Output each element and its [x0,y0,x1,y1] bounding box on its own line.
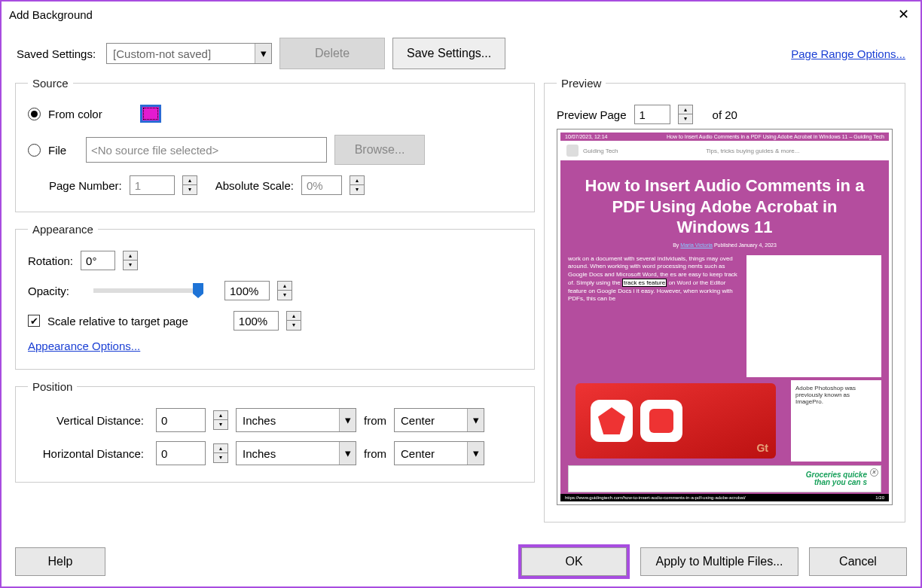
preview-page-spinner[interactable]: ▴▾ [678,105,693,124]
pv-hero-title: How to Insert Audio Comments in a PDF Us… [583,175,866,238]
saved-settings-label: Saved Settings: [17,47,96,60]
source-legend: Source [28,77,73,90]
pv-body-text: work on a document with several individu… [568,255,739,378]
appearance-options-link[interactable]: Appearance Options... [28,340,140,352]
audio-icon [640,400,682,442]
delete-button: Delete [279,38,385,69]
rotation-spinner[interactable]: ▴▾ [123,251,138,270]
vertical-distance-input[interactable] [156,408,206,432]
file-label: File [48,144,78,157]
chevron-down-icon[interactable]: ▾ [467,442,484,465]
rotation-label: Rotation: [28,254,73,267]
horizontal-distance-label: Horizontal Distance: [28,447,148,460]
preview-legend: Preview [557,77,606,90]
chevron-down-icon[interactable]: ▾ [467,409,484,431]
vertical-distance-label: Vertical Distance: [28,414,148,427]
preview-group: Preview Preview Page ▴▾ of 20 10/07/2023… [544,77,905,522]
opacity-input[interactable] [224,281,270,300]
slider-thumb-icon[interactable] [193,283,203,298]
preview-page-total: of 20 [713,108,737,121]
gt-watermark-icon: Gt [756,442,768,454]
site-logo-icon [566,145,579,157]
from-color-label: From color [48,108,102,120]
pv-top-title: How to Insert Audio Comments in a PDF Us… [667,134,884,139]
page-range-options-link[interactable]: Page Range Options... [791,47,905,60]
opacity-slider[interactable] [93,288,199,293]
saved-settings-dropdown[interactable]: [Custom-not saved] ▾ [106,43,272,64]
opacity-label: Opacity: [28,285,69,297]
preview-page-label: Preview Page [557,108,627,121]
horizontal-distance-input[interactable] [156,441,206,465]
pv-app-banner: Gt [575,383,776,459]
pv-ad-banner: Groceries quickethan you can s x [568,465,881,492]
save-settings-button[interactable]: Save Settings... [392,38,505,69]
preview-page-input[interactable] [634,105,670,124]
appearance-group: Appearance Rotation: ▴▾ Opacity: ▴▾ ✔ Sc… [15,223,535,370]
vertical-unit-dropdown[interactable]: Inches ▾ [236,408,356,432]
horizontal-from-dropdown[interactable]: Center ▾ [394,441,484,465]
scale-relative-spinner[interactable]: ▴▾ [286,311,301,331]
color-swatch[interactable] [140,105,161,123]
from-label: from [364,414,386,427]
window-title: Add Background [9,8,93,21]
from-color-radio[interactable] [28,108,41,120]
cancel-button[interactable]: Cancel [809,547,907,576]
file-radio[interactable] [28,144,41,157]
from-label: from [364,447,386,460]
ad-product-icon [573,468,664,489]
ad-close-icon: x [870,468,878,477]
scale-relative-checkbox[interactable]: ✔ [28,315,40,327]
apply-multiple-button[interactable]: Apply to Multiple Files... [640,547,798,576]
vertical-from-dropdown[interactable]: Center ▾ [394,408,484,432]
source-group: Source From color File Browse... Page Nu… [15,77,535,212]
saved-settings-value: [Custom-not saved] [107,47,255,60]
page-number-input [130,175,175,195]
pv-tagline: Tips, tricks buying guides & more... [623,148,883,154]
opacity-spinner[interactable]: ▴▾ [277,281,292,300]
absolute-scale-label: Absolute Scale: [215,179,294,192]
horizontal-from-value: Center [395,447,467,460]
absolute-scale-input [301,175,342,195]
pv-byline: By Maria Victoria Published January 4, 2… [583,242,866,248]
vertical-from-value: Center [395,414,467,427]
absolute-scale-spinner: ▴▾ [350,175,365,195]
browse-button: Browse... [334,135,425,165]
horizontal-distance-spinner[interactable]: ▴▾ [213,443,228,463]
file-path-input [86,137,327,163]
pv-timestamp: 10/07/2023, 12:14 [565,134,607,139]
close-icon[interactable]: ✕ [892,6,914,23]
page-number-spinner: ▴▾ [182,175,197,195]
horizontal-unit-value: Inches [237,447,339,460]
position-legend: Position [28,380,77,393]
vertical-distance-spinner[interactable]: ▴▾ [213,410,228,430]
chevron-down-icon[interactable]: ▾ [255,44,271,63]
horizontal-unit-dropdown[interactable]: Inches ▾ [236,441,356,465]
chevron-down-icon[interactable]: ▾ [339,409,356,431]
pv-sitename: Guiding Tech [583,148,618,154]
page-number-label: Page Number: [49,179,122,192]
pv-foot-url: https://www.guidingtech.com/how-to-inser… [565,495,746,500]
help-button[interactable]: Help [15,547,105,576]
rotation-input[interactable] [81,251,115,270]
pv-foot-page: 1/20 [875,495,884,500]
chevron-down-icon[interactable]: ▾ [339,442,356,465]
scale-relative-label: Scale relative to target page [47,315,188,328]
ok-button[interactable]: OK [521,547,627,576]
preview-thumbnail: 10/07/2023, 12:14 How to Insert Audio Co… [557,129,893,505]
position-group: Position Vertical Distance: ▴▾ Inches ▾ … [15,380,535,483]
appearance-legend: Appearance [28,223,98,236]
pv-image-placeholder [746,255,881,378]
vertical-unit-value: Inches [237,414,339,427]
scale-relative-input[interactable] [234,311,279,331]
acrobat-icon [591,400,633,442]
pv-sidebar-note: Adobe Photoshop was previously known as … [791,380,881,462]
